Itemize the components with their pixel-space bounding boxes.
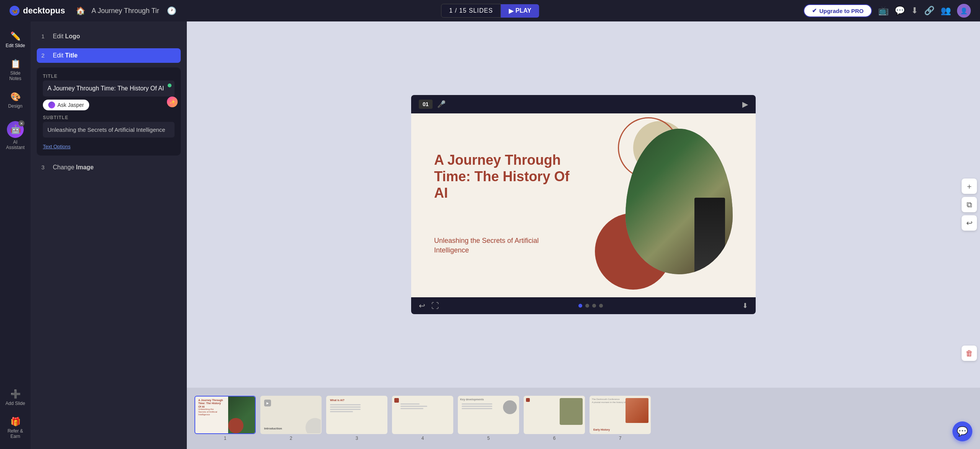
thumb-7[interactable]: The Dartmouth ConferenceA pivotal moment… (590, 396, 651, 434)
design-label: Design (8, 103, 22, 109)
mic-icon[interactable]: 🎤 (437, 100, 446, 108)
text-options-link[interactable]: Text Options (43, 144, 175, 149)
app-name: decktopus (23, 6, 65, 16)
thumb-wrap-7: The Dartmouth ConferenceA pivotal moment… (590, 396, 651, 441)
slide-bottombar: ↩ ⛶ ⬇ (411, 297, 756, 314)
delete-button[interactable]: 🗑 (962, 346, 977, 361)
play-button[interactable]: ▶ PLAY (501, 4, 539, 18)
duplicate-button[interactable]: ⧉ (962, 197, 977, 212)
step-2-title[interactable]: 2 Edit Title (37, 48, 181, 63)
dot-2[interactable] (585, 304, 589, 308)
thumb-2-icon: ▶ (264, 400, 271, 406)
checkmark-icon: ✔ (812, 7, 817, 14)
sidebar-item-edit-slide[interactable]: ✏️ Edit Slide (2, 28, 29, 52)
slide-notes-icon: 📋 (10, 59, 21, 69)
sidebar-item-slide-notes[interactable]: 📋 Slide Notes (2, 55, 29, 85)
thumb-6[interactable] (524, 396, 585, 434)
thumb-wrap-6: 6 (524, 396, 585, 441)
subtitle-field-box[interactable]: Unleashing the Secrets of Artificial Int… (43, 122, 175, 138)
title-edit-card: TITLE A Journey Through Time: The Histor… (37, 67, 181, 156)
slide-counter: 1 / 15 SLIDES (441, 4, 501, 18)
thumb-4-inner (393, 397, 452, 433)
thumb-2-label: Introduction (264, 427, 282, 430)
chat-button[interactable]: 💬 (952, 421, 972, 441)
avatar[interactable]: 👤 (957, 4, 971, 18)
dot-3[interactable] (592, 304, 596, 308)
sidebar-item-refer-earn[interactable]: 🎁 Refer & Earn (2, 413, 29, 443)
subtitle-field-value: Unleashing the Secrets of Artificial Int… (47, 126, 170, 134)
slide-topbar: 01 🎤 ▶ (411, 95, 756, 113)
thumb-2-circle (305, 418, 322, 434)
history-icon[interactable]: 🕐 (167, 6, 176, 15)
thumb-2-num: 2 (290, 436, 292, 441)
thumb-1-num: 1 (224, 436, 227, 441)
thumb-1[interactable]: A Journey ThroughTime: The HistoryOf AI … (194, 396, 256, 434)
notes-icon[interactable]: 💬 (895, 6, 905, 16)
sidebar-item-ai-assistant[interactable]: 🤖 ✕ AI Assistant (2, 117, 29, 154)
thumb-4-corner (394, 398, 399, 403)
step-1-number: 1 (41, 33, 49, 39)
title-section: TITLE A Journey Through Time: The Histor… (43, 74, 175, 110)
main-layout: ✏️ Edit Slide 📋 Slide Notes 🎨 Design 🤖 ✕… (0, 21, 980, 449)
slide-subtitle[interactable]: Unleashing the Secrets of Artificial Int… (434, 236, 572, 255)
undo-button[interactable]: ↩ (962, 215, 977, 231)
slide-title[interactable]: A Journey Through Time: The History Of A… (434, 152, 580, 202)
home-icon[interactable]: 🏠 (76, 6, 85, 15)
step-1-logo[interactable]: 1 Edit Logo (37, 29, 181, 44)
slide-play-icon[interactable]: ▶ (742, 100, 748, 109)
topbar-right: ✔ Upgrade to PRO 📺 💬 ⬇ 🔗 👥 👤 (804, 4, 971, 18)
title-status-dot (168, 84, 172, 87)
upgrade-label: Upgrade to PRO (819, 8, 864, 14)
nav-expand-icon[interactable]: ⛶ (431, 302, 439, 310)
title-field-box[interactable]: A Journey Through Time: The History Of A… (43, 80, 175, 97)
thumb-wrap-4: 4 (392, 396, 453, 441)
thumb-5-lines (462, 403, 492, 410)
thumb-7-inner: The Dartmouth ConferenceA pivotal moment… (590, 397, 650, 433)
sidebar-item-add-slide[interactable]: ➕ Add Slide (2, 385, 29, 410)
close-icon[interactable]: ✕ (18, 120, 24, 126)
breadcrumb: A Journey Through Tir (91, 7, 159, 15)
thumb-4[interactable] (392, 396, 453, 434)
thumb-wrap-5: Key developments 5 (458, 396, 519, 441)
thumb-3[interactable]: What is AI? (326, 396, 387, 434)
thumb-5[interactable]: Key developments (458, 396, 519, 434)
dot-1[interactable] (578, 304, 582, 308)
share-icon[interactable]: 🔗 (924, 6, 934, 16)
thumb-3-lines (330, 404, 361, 413)
sidebar-item-design[interactable]: 🎨 Design (2, 88, 29, 113)
add-slide-icon: ➕ (10, 389, 21, 399)
thumb-6-inner (524, 397, 584, 433)
ai-badge: ✨ (167, 97, 178, 107)
slide-photo (626, 129, 733, 274)
right-actions: ＋ ⧉ ↩ (959, 175, 980, 234)
topbar: 🦋 decktopus 🏠 A Journey Through Tir 🕐 1 … (0, 0, 980, 21)
play-label: PLAY (516, 7, 531, 14)
upgrade-button[interactable]: ✔ Upgrade to PRO (804, 4, 872, 17)
thumb-2[interactable]: ▶ Introduction (260, 396, 322, 434)
slide-counter-area: 1 / 15 SLIDES ▶ PLAY (441, 4, 539, 18)
app-logo[interactable]: 🦋 decktopus (9, 5, 65, 16)
ai-assistant-label: AI Assistant (5, 139, 26, 150)
edit-panel: 1 Edit Logo 2 Edit Title TITLE A Journey… (31, 21, 187, 449)
step-3-image[interactable]: 3 Change Image (37, 160, 181, 175)
thumb-3-title: What is AI? (330, 399, 345, 401)
dot-4[interactable] (599, 304, 603, 308)
thumb-wrap-2: ▶ Introduction 2 (260, 396, 322, 441)
zoom-in-button[interactable]: ＋ (962, 179, 977, 194)
nav-reset-icon[interactable]: ↩ (419, 301, 425, 310)
ask-jasper-button[interactable]: Ask Jasper (43, 100, 89, 110)
slide-editor: 01 🎤 ▶ A Journey Through Time: The His (187, 21, 980, 388)
thumb-5-label: Key developments (460, 398, 484, 401)
step-2-number: 2 (41, 52, 49, 59)
present-icon[interactable]: 📺 (878, 6, 889, 16)
slide-download-icon[interactable]: ⬇ (742, 302, 748, 310)
thumb-4-lines (400, 403, 431, 410)
users-icon[interactable]: 👥 (941, 6, 951, 16)
refer-earn-icon: 🎁 (10, 417, 21, 427)
thumb-6-corner (526, 398, 530, 402)
thumb-7-photo (626, 398, 648, 423)
slide-canvas[interactable]: A Journey Through Time: The History Of A… (411, 113, 756, 297)
title-field-label: TITLE (43, 74, 175, 79)
slide-dots (445, 304, 736, 308)
download-icon[interactable]: ⬇ (911, 6, 918, 16)
